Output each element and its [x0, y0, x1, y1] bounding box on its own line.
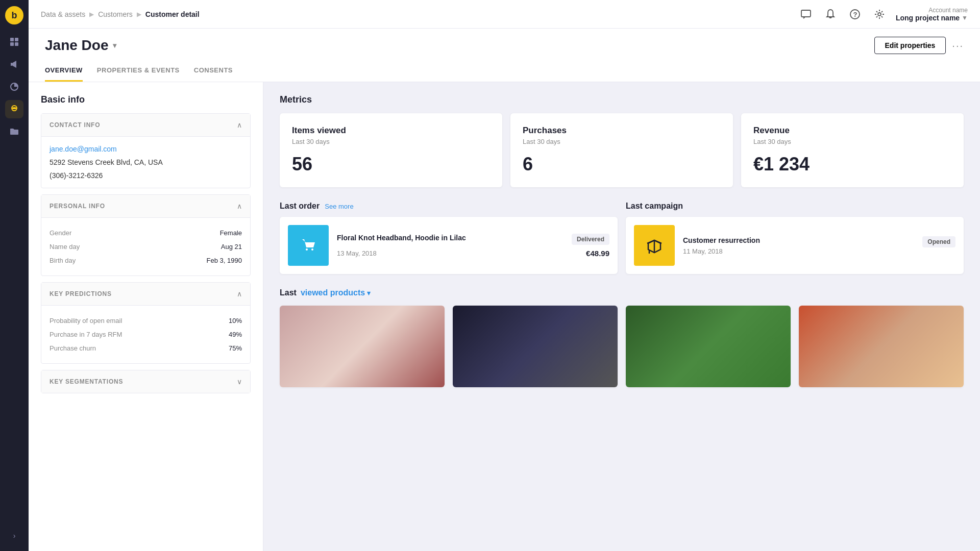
- key-segmentations-label: KEY SEGMENTATIONS: [50, 378, 123, 385]
- gender-value: Female: [220, 229, 242, 237]
- topbar-actions: ? Account name Long project name ▼: [798, 6, 968, 22]
- main-content: Data & assets ▶ Customers ▶ Customer det…: [29, 0, 980, 551]
- contact-address: 5292 Stevens Creek Blvd, CA, USA: [50, 158, 242, 166]
- metric-items-viewed-value: 56: [292, 154, 490, 175]
- see-more-link[interactable]: See more: [325, 203, 353, 210]
- prob-open-email-row: Probability of open email 10%: [50, 314, 242, 328]
- contact-phone: (306)-3212-6326: [50, 171, 242, 180]
- purchase-7days-label: Purchase in 7 days RFM: [50, 331, 122, 338]
- customer-name: Jane Doe ▾: [45, 37, 116, 54]
- edit-properties-button[interactable]: Edit properties: [874, 37, 946, 54]
- sidebar: b ›: [0, 0, 29, 551]
- coins-icon[interactable]: [5, 100, 23, 118]
- key-predictions-body: Probability of open email 10% Purchase i…: [41, 305, 250, 363]
- name-day-label: Name day: [50, 243, 80, 251]
- product-image-3: [626, 306, 791, 387]
- product-image-2: [453, 306, 618, 387]
- name-day-row: Name day Aug 21: [50, 240, 242, 254]
- svg-rect-1: [15, 38, 18, 41]
- basic-info-title: Basic info: [41, 94, 251, 105]
- campaign-details: Customer resurrection Opened 11 May, 201…: [683, 236, 955, 255]
- contact-email[interactable]: jane.doe@gmail.com: [50, 145, 242, 153]
- customer-name-dropdown-icon[interactable]: ▾: [113, 41, 116, 49]
- campaign-name: Customer resurrection: [683, 236, 760, 244]
- help-icon[interactable]: ?: [847, 6, 863, 22]
- key-predictions-chevron-icon: ∧: [237, 290, 242, 298]
- birth-day-row: Birth day Feb 3, 1990: [50, 254, 242, 267]
- metric-revenue-value: €1 234: [753, 154, 951, 175]
- purchase-churn-row: Purchase churn 75%: [50, 341, 242, 355]
- svg-rect-0: [10, 38, 14, 41]
- personal-info-body: Gender Female Name day Aug 21 Birth day …: [41, 217, 250, 276]
- prob-open-email-label: Probability of open email: [50, 317, 122, 324]
- gender-label: Gender: [50, 229, 71, 237]
- chart-icon[interactable]: [5, 78, 23, 96]
- account-name-label: Account name: [928, 7, 968, 14]
- metric-items-viewed-period: Last 30 days: [292, 138, 490, 145]
- campaign-image: [634, 225, 675, 266]
- last-campaign-title: Last campaign: [626, 202, 683, 211]
- last-order-title: Last order: [280, 202, 320, 211]
- breadcrumb-current: Customer detail: [145, 10, 200, 18]
- key-segmentations-chevron-icon: ∨: [237, 378, 242, 386]
- edit-actions: Edit properties ···: [874, 37, 964, 54]
- viewed-products-header: Last viewed products ▾: [280, 288, 964, 297]
- breadcrumb-sep2: ▶: [137, 11, 141, 18]
- account-info[interactable]: Account name Long project name ▼: [896, 7, 968, 22]
- product-card-3[interactable]: [626, 306, 791, 387]
- settings-icon[interactable]: [871, 6, 888, 22]
- metric-purchases-value: 6: [523, 154, 721, 175]
- viewed-products-link[interactable]: viewed products ▾: [301, 288, 371, 297]
- order-image: [288, 225, 329, 266]
- topbar: Data & assets ▶ Customers ▶ Customer det…: [29, 0, 980, 29]
- more-options-button[interactable]: ···: [952, 40, 964, 52]
- key-segmentations-header[interactable]: KEY SEGMENTATIONS ∨: [41, 370, 250, 393]
- svg-point-12: [311, 248, 313, 251]
- tab-properties-events[interactable]: PROPERTIES & EVENTS: [97, 60, 180, 82]
- bell-icon[interactable]: [822, 6, 839, 22]
- megaphone-icon[interactable]: [5, 55, 23, 73]
- contact-info-header[interactable]: CONTACT INFO ∧: [41, 114, 250, 136]
- folder-icon[interactable]: [5, 122, 23, 141]
- dropdown-arrow-icon: ▼: [962, 14, 968, 21]
- personal-info-header[interactable]: PERSONAL INFO ∧: [41, 195, 250, 217]
- tab-consents[interactable]: CONSENTS: [194, 60, 233, 82]
- metric-purchases-period: Last 30 days: [523, 138, 721, 145]
- purchase-churn-value: 75%: [229, 344, 242, 352]
- contact-info-section: CONTACT INFO ∧ jane.doe@gmail.com 5292 S…: [41, 113, 251, 188]
- account-dropdown[interactable]: Long project name ▼: [896, 14, 968, 22]
- metric-revenue-name: Revenue: [753, 126, 951, 136]
- product-card-2[interactable]: [453, 306, 618, 387]
- product-card-1[interactable]: [280, 306, 445, 387]
- tab-overview[interactable]: OVERVIEW: [45, 60, 83, 82]
- expand-sidebar-button[interactable]: ›: [5, 527, 23, 545]
- breadcrumb: Data & assets ▶ Customers ▶ Customer det…: [41, 10, 798, 18]
- campaign-card: Customer resurrection Opened 11 May, 201…: [626, 217, 964, 274]
- order-details: Floral Knot Headband, Hoodie in Lilac De…: [337, 234, 609, 258]
- svg-point-10: [878, 13, 881, 16]
- grid-icon[interactable]: [5, 33, 23, 51]
- metric-card-revenue: Revenue Last 30 days €1 234: [741, 113, 964, 187]
- left-panel: Basic info CONTACT INFO ∧ jane.doe@gmail…: [29, 82, 263, 551]
- body-layout: Basic info CONTACT INFO ∧ jane.doe@gmail…: [29, 82, 980, 551]
- message-icon[interactable]: [798, 6, 814, 22]
- birth-day-value: Feb 3, 1990: [207, 257, 242, 264]
- order-status-badge: Delivered: [572, 234, 609, 245]
- key-predictions-header[interactable]: KEY PREDICTIONS ∧: [41, 283, 250, 305]
- last-order-header: Last order See more: [280, 202, 618, 211]
- metric-items-viewed-name: Items viewed: [292, 126, 490, 136]
- svg-rect-3: [15, 42, 18, 46]
- key-predictions-label: KEY PREDICTIONS: [50, 290, 112, 297]
- product-card-4[interactable]: [799, 306, 964, 387]
- product-image-4: [799, 306, 964, 387]
- purchase-7days-value: 49%: [229, 331, 242, 338]
- campaign-date: 11 May, 2018: [683, 247, 955, 255]
- products-grid: [280, 306, 964, 387]
- breadcrumb-data-assets[interactable]: Data & assets: [41, 10, 85, 18]
- sidebar-logo[interactable]: b: [5, 6, 23, 24]
- customer-header: Jane Doe ▾ Edit properties ··· OVERVIEW …: [29, 29, 980, 82]
- svg-point-11: [306, 248, 308, 251]
- metric-purchases-name: Purchases: [523, 126, 721, 136]
- product-image-1: [280, 306, 445, 387]
- breadcrumb-customers[interactable]: Customers: [98, 10, 133, 18]
